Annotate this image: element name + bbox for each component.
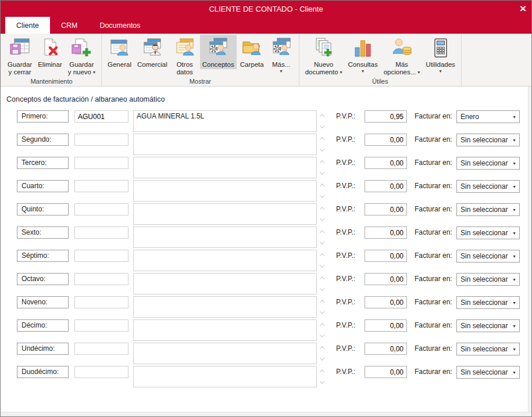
conceptos-button[interactable]: Conceptos [200,35,237,69]
spinner-up-icon[interactable] [317,273,326,284]
code-input[interactable] [74,296,128,308]
button-label: y nuevo [68,69,91,76]
spinner-down-icon[interactable] [317,307,326,318]
general-button[interactable]: General [105,35,134,69]
spinner [317,250,326,271]
spinner-down-icon[interactable] [317,354,326,365]
description-textarea[interactable] [133,319,317,341]
code-input[interactable] [74,366,128,378]
tab-documentos[interactable]: Documentos [88,17,151,34]
ordinal-label: Décimo: [17,319,69,332]
pvp-input[interactable] [365,110,407,123]
code-input[interactable] [74,250,128,262]
pvp-input[interactable] [365,157,407,169]
facturar-select[interactable]: Sin seleccionar ▾ [456,227,520,239]
facturar-select[interactable]: Enero ▾ [456,110,520,123]
code-input[interactable] [74,180,128,192]
code-input[interactable] [74,134,128,146]
consultas-icon [351,36,374,61]
facturar-select[interactable]: Sin seleccionar ▾ [456,180,520,193]
eliminar-button[interactable]: Eliminar [35,35,65,69]
facturar-select[interactable]: Sin seleccionar ▾ [456,366,520,379]
general-icon [108,36,131,61]
facturar-select[interactable]: Sin seleccionar ▾ [456,203,520,216]
consultas-button[interactable]: Consultas▾ [346,35,380,75]
spinner-down-icon[interactable] [317,168,326,179]
code-input[interactable] [74,227,128,239]
spinner-up-icon[interactable] [317,157,326,168]
mas-button[interactable]: Más...▾ [267,35,295,75]
description-textarea[interactable] [133,273,317,294]
guardar-y-cerrar-button[interactable]: Guardary cerrar [5,35,34,77]
concept-row: Sexto: P.V.P.: Facturar en: Sin seleccio… [1,227,531,250]
tab-crm[interactable]: CRM [50,17,88,34]
pvp-input[interactable] [365,343,407,355]
spinner-up-icon[interactable] [317,366,326,377]
description-textarea[interactable] [133,134,317,155]
otros-datos-button[interactable]: Otrosdatos [171,35,199,77]
description-textarea[interactable] [133,343,317,364]
description-textarea[interactable] [133,180,317,202]
spinner-up-icon[interactable] [317,227,326,238]
spinner-down-icon[interactable] [317,330,326,341]
spinner-up-icon[interactable] [317,203,326,214]
description-textarea[interactable]: AGUA MINERAL 1.5L [133,110,317,132]
description-textarea[interactable] [133,250,317,271]
close-icon[interactable]: × [520,2,526,16]
code-input[interactable] [74,203,128,215]
pvp-input[interactable] [365,134,407,146]
facturar-select[interactable]: Sin seleccionar ▾ [456,157,520,170]
spinner-up-icon[interactable] [317,343,326,354]
description-textarea[interactable] [133,227,317,248]
pvp-input[interactable] [365,366,407,378]
spinner-down-icon[interactable] [317,377,326,388]
spinner-up-icon[interactable] [317,134,326,145]
description-textarea[interactable] [133,203,317,225]
spinner-down-icon[interactable] [317,214,326,225]
spinner-up-icon[interactable] [317,110,326,121]
code-input[interactable] [74,157,128,169]
pvp-input[interactable] [365,273,407,285]
carpeta-button[interactable]: Carpeta [238,35,266,69]
pvp-input[interactable] [365,203,407,215]
description-textarea[interactable] [133,157,317,178]
facturar-select[interactable]: Sin seleccionar ▾ [456,343,520,355]
spinner-down-icon[interactable] [317,261,326,272]
ribbon: Guardary cerrarEliminarGuardary nuevo▾Ma… [1,34,531,87]
code-input[interactable] [74,110,128,123]
pvp-input[interactable] [365,296,407,308]
spinner-up-icon[interactable] [317,319,326,330]
code-input[interactable] [74,273,128,285]
facturar-select-value: Sin seleccionar [457,229,509,237]
spinner-down-icon[interactable] [317,238,326,249]
utilidades-button[interactable]: Utilidades▾ [423,35,458,75]
pvp-input[interactable] [365,180,407,192]
description-textarea[interactable] [133,296,317,318]
pvp-input[interactable] [365,250,407,262]
tab-cliente[interactable]: Cliente [5,17,50,34]
comercial-button[interactable]: Comercial [135,35,170,69]
code-input[interactable] [74,319,128,332]
facturar-select[interactable]: Sin seleccionar ▾ [456,250,520,263]
facturar-select[interactable]: Sin seleccionar ▾ [456,296,520,309]
concept-row: Cuarto: P.V.P.: Facturar en: Sin selecci… [1,180,531,203]
window-title: CLIENTE DE CONTADO - Cliente [209,5,323,13]
facturar-select[interactable]: Sin seleccionar ▾ [456,273,520,286]
guardar-y-nuevo-button[interactable]: Guardary nuevo▾ [66,35,98,77]
nuevo-documento-button[interactable]: Nuevodocumento▾ [303,35,345,77]
mas-opciones-icon [390,36,413,61]
mas-opciones-button[interactable]: Másopciones...▾ [381,35,423,77]
facturar-select[interactable]: Sin seleccionar ▾ [456,134,520,146]
pvp-input[interactable] [365,319,407,332]
spinner-down-icon[interactable] [317,284,326,295]
description-textarea[interactable] [133,366,317,387]
spinner-down-icon[interactable] [317,145,326,156]
facturar-select[interactable]: Sin seleccionar ▾ [456,319,520,332]
pvp-input[interactable] [365,227,407,239]
spinner-up-icon[interactable] [317,250,326,261]
spinner-down-icon[interactable] [317,121,326,132]
code-input[interactable] [74,343,128,355]
spinner-up-icon[interactable] [317,296,326,307]
spinner-up-icon[interactable] [317,180,326,191]
spinner-down-icon[interactable] [317,191,326,202]
